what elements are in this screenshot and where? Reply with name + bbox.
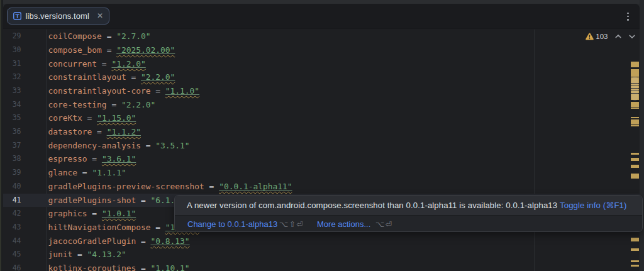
popup-action-more-actions[interactable]: More actions... — [317, 216, 370, 233]
code-text: constraintlayout-core = "1.1.0" — [48, 84, 200, 98]
line-number: 39 — [3, 166, 21, 180]
code-text: dependency-analysis = "3.5.1" — [48, 139, 190, 153]
code-text: compose_bom = "2025.02.00" — [48, 43, 175, 57]
code-line-33[interactable]: 33constraintlayout-core = "1.1.0" — [3, 84, 640, 98]
code-line-39[interactable]: 39glance = "1.1.1" — [3, 166, 640, 180]
code-line-34[interactable]: 34core-testing = "2.2.0" — [3, 98, 640, 112]
code-text: constraintlayout = "2.2.0" — [48, 70, 175, 84]
code-text: coilCompose = "2.7.0" — [48, 30, 151, 43]
error-stripe[interactable] — [630, 30, 640, 271]
code-text: glance = "1.1.1" — [48, 166, 126, 180]
window-left-edge — [0, 0, 1, 271]
line-number: 45 — [3, 248, 21, 262]
code-line-36[interactable]: 36datastore = "1.1.2" — [3, 125, 640, 139]
stripe-warning-mark[interactable] — [631, 260, 640, 262]
line-number: 43 — [3, 221, 21, 235]
code-text: gradlePlugins-shot = "6.1.2" — [48, 194, 185, 207]
code-text: concurrent = "1.2.0" — [48, 57, 146, 71]
stripe-warning-mark[interactable] — [631, 153, 640, 155]
code-text: coreKtx = "1.15.0" — [48, 111, 136, 125]
stripe-warning-mark[interactable] — [631, 174, 640, 179]
code-text: espresso = "3.6.1" — [48, 152, 136, 166]
line-number: 36 — [3, 125, 21, 139]
popup-action-shortcut: ⌥⏎ — [375, 216, 392, 233]
warning-triangle-icon — [586, 33, 594, 40]
editor-pane[interactable]: 29coilCompose = "2.7.0"30compose_bom = "… — [3, 30, 640, 271]
code-text: gradlePlugins-preview-screenshot = "0.0.… — [48, 180, 292, 194]
popup-message: A newer version of com.android.compose.s… — [187, 201, 560, 210]
stripe-warning-mark[interactable] — [631, 265, 640, 267]
code-line-44[interactable]: 44jacocoGradlePlugin = "0.8.13" — [3, 235, 640, 248]
popup-message-row: A newer version of com.android.compose.s… — [175, 196, 642, 215]
code-text: graphics = "1.0.1" — [48, 207, 136, 221]
toml-file-icon — [13, 12, 21, 20]
tab-libs-versions-toml[interactable]: libs.versions.toml ✕ — [7, 8, 110, 25]
stripe-warning-mark[interactable] — [631, 62, 640, 67]
tab-close-icon[interactable]: ✕ — [97, 12, 103, 19]
line-number: 38 — [3, 152, 21, 166]
line-number: 37 — [3, 139, 21, 153]
stripe-warning-mark[interactable] — [631, 158, 640, 161]
line-number: 33 — [3, 84, 21, 98]
code-line-29[interactable]: 29coilCompose = "2.7.0" — [3, 30, 640, 43]
stripe-warning-mark[interactable] — [631, 248, 640, 251]
warning-count: 103 — [596, 33, 608, 40]
code-line-37[interactable]: 37dependency-analysis = "3.5.1" — [3, 139, 640, 153]
chevron-up-icon[interactable] — [614, 33, 622, 40]
line-number: 40 — [3, 180, 21, 194]
line-number: 30 — [3, 43, 21, 57]
stripe-warning-mark[interactable] — [631, 108, 640, 109]
line-number: 35 — [3, 111, 21, 125]
popup-action-change-version[interactable]: Change to 0.0.1-alpha13 — [187, 216, 277, 233]
line-number: 46 — [3, 262, 21, 271]
kebab-menu-icon[interactable] — [623, 12, 632, 22]
code-area: 29coilCompose = "2.7.0"30compose_bom = "… — [3, 30, 640, 271]
code-line-32[interactable]: 32constraintlayout = "2.2.0" — [3, 70, 640, 84]
scrollbar-thumb[interactable] — [631, 77, 638, 101]
code-line-30[interactable]: 30compose_bom = "2025.02.00" — [3, 43, 640, 57]
popup-actions-row: Change to 0.0.1-alpha13⌥⇧⏎More actions..… — [175, 215, 642, 233]
toggle-info-link[interactable]: Toggle info (⌘F1) — [560, 201, 627, 210]
code-line-31[interactable]: 31concurrent = "1.2.0" — [3, 57, 640, 71]
code-line-45[interactable]: 45junit = "4.13.2" — [3, 248, 640, 262]
code-text: jacocoGradlePlugin = "0.8.13" — [48, 235, 190, 248]
line-number: 34 — [3, 98, 21, 112]
editor-tab-bar: libs.versions.toml ✕ — [3, 4, 640, 29]
popup-action-shortcut: ⌥⇧⏎ — [279, 216, 303, 233]
code-text: core-testing = "2.2.0" — [48, 98, 156, 112]
inspections-widget[interactable]: 103 — [586, 33, 635, 40]
line-number: 44 — [3, 235, 21, 248]
code-text: datastore = "1.1.2" — [48, 125, 141, 139]
line-number: 41 — [3, 194, 21, 207]
code-line-40[interactable]: 40gradlePlugins-preview-screenshot = "0.… — [3, 180, 640, 194]
code-line-38[interactable]: 38espresso = "3.6.1" — [3, 152, 640, 166]
stripe-warning-mark[interactable] — [631, 119, 640, 124]
line-number: 29 — [3, 30, 21, 43]
stripe-warning-mark[interactable] — [631, 165, 640, 168]
stripe-warning-mark[interactable] — [631, 102, 640, 108]
tab-label: libs.versions.toml — [26, 11, 90, 21]
code-line-35[interactable]: 35coreKtx = "1.15.0" — [3, 111, 640, 125]
stripe-warning-mark[interactable] — [631, 69, 640, 77]
stripe-warning-mark[interactable] — [631, 117, 640, 119]
code-text: junit = "4.13.2" — [48, 248, 126, 262]
line-number: 31 — [3, 57, 21, 71]
intention-popup: A newer version of com.android.compose.s… — [174, 195, 643, 233]
stripe-warning-mark[interactable] — [631, 238, 640, 241]
line-number: 32 — [3, 70, 21, 84]
code-text: kotlinx-coroutines = "1.10.1" — [48, 262, 190, 271]
stripe-warning-mark[interactable] — [631, 124, 640, 126]
line-number: 42 — [3, 207, 21, 221]
code-line-46[interactable]: 46kotlinx-coroutines = "1.10.1" — [3, 262, 640, 271]
